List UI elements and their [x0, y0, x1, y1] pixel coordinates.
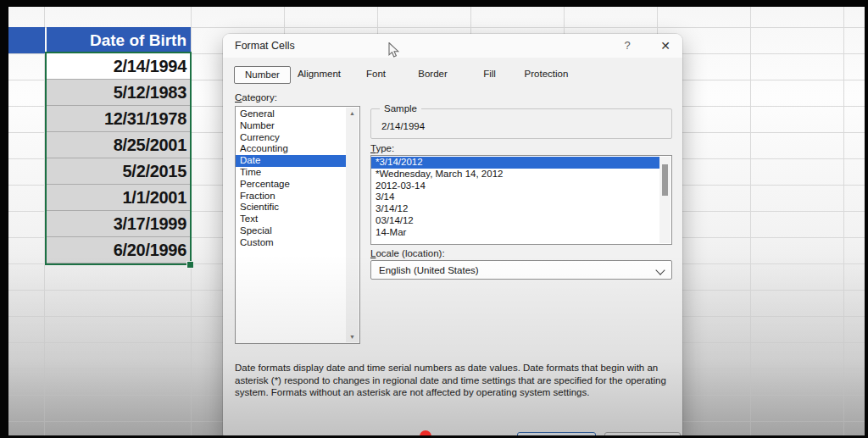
category-item[interactable]: Custom	[236, 237, 346, 249]
date-of-birth-header-cell[interactable]: Date of Birth	[47, 27, 191, 53]
date-cell[interactable]: 1/1/2001	[47, 185, 191, 211]
letterbox-right	[865, 0, 868, 438]
category-item[interactable]: Currency	[236, 132, 346, 144]
locale-dropdown[interactable]: English (United States)	[370, 260, 672, 280]
help-icon[interactable]: ?	[620, 38, 635, 53]
close-icon[interactable]: ✕	[657, 37, 674, 54]
category-item[interactable]: Scientific	[236, 202, 346, 213]
tab[interactable]: Alignment	[291, 66, 348, 84]
chevron-down-icon	[655, 265, 665, 274]
category-item[interactable]: Number	[236, 120, 346, 132]
type-scrollbar[interactable]	[659, 157, 670, 243]
locale-label: Locale (location):	[370, 248, 445, 258]
category-item[interactable]: Time	[236, 167, 346, 179]
type-item[interactable]: 3/14	[371, 191, 659, 203]
column-a-header-cell[interactable]	[8, 27, 45, 53]
type-item[interactable]: 03/14/12	[371, 215, 659, 227]
mouse-cursor-icon	[388, 42, 400, 63]
date-cell[interactable]: 5/2/2015	[47, 158, 191, 185]
type-item[interactable]: 2012-03-14	[371, 180, 659, 192]
type-scrollbar-thumb[interactable]	[662, 164, 668, 196]
category-label-rest: ategory:	[242, 92, 277, 103]
date-cell[interactable]: 5/12/1983	[47, 80, 191, 106]
type-item[interactable]: *Wednesday, March 14, 2012	[371, 169, 659, 180]
type-item[interactable]: *3/14/2012	[371, 157, 659, 169]
letterbox-top	[0, 0, 868, 7]
scroll-up-icon[interactable]: ▲	[349, 110, 355, 116]
type-item[interactable]: 14-Mar	[371, 227, 659, 239]
category-item[interactable]: Accounting	[236, 143, 346, 155]
date-column: 2/14/19945/12/198312/31/19788/25/20015/2…	[47, 53, 191, 263]
sample-label: Sample	[380, 103, 421, 114]
date-cell[interactable]: 6/20/1996	[47, 237, 191, 263]
tab[interactable]: Protection	[518, 66, 575, 84]
type-listbox[interactable]: *3/14/2012*Wednesday, March 14, 20122012…	[370, 155, 672, 245]
tab[interactable]: Number	[234, 66, 291, 84]
type-item[interactable]: 3/14/12	[371, 203, 659, 215]
dialog-tabs: NumberAlignmentFontBorderFillProtection	[234, 66, 575, 84]
category-item[interactable]: Text	[236, 213, 346, 225]
spreadsheet-column-gridline	[843, 7, 844, 435]
category-item[interactable]: Percentage	[236, 179, 346, 191]
letterbox-left	[0, 0, 8, 438]
tab[interactable]: Font	[348, 66, 404, 84]
sample-groupbox: Sample 2/14/1994	[370, 108, 672, 139]
category-label: Category:	[235, 92, 277, 103]
date-cell[interactable]: 2/14/1994	[47, 53, 191, 80]
category-item[interactable]: Special	[236, 225, 346, 237]
locale-label-rest: ocale (location):	[376, 248, 444, 258]
tab[interactable]: Fill	[461, 66, 518, 84]
category-item[interactable]: General	[236, 108, 346, 120]
date-cell[interactable]: 8/25/2001	[47, 132, 191, 158]
category-listbox[interactable]: GeneralNumberCurrencyAccountingDateTimeP…	[235, 106, 360, 344]
date-cell[interactable]: 3/17/1999	[47, 211, 191, 237]
date-cell[interactable]: 12/31/1978	[47, 106, 191, 132]
category-scrollbar[interactable]: ▲ ▼	[346, 108, 359, 342]
selection-fill-handle[interactable]	[186, 261, 194, 269]
format-cells-dialog: Format Cells ? ✕ NumberAlignmentFontBord…	[223, 34, 682, 438]
locale-value: English (United States)	[379, 265, 479, 275]
type-label: Type:	[370, 143, 394, 153]
spreadsheet-column-gridline	[750, 7, 751, 435]
sample-value: 2/14/1994	[381, 121, 425, 131]
dialog-title: Format Cells	[235, 40, 295, 52]
screen: Date of Birth 2/14/19945/12/198312/31/19…	[0, 0, 868, 438]
scroll-down-icon[interactable]: ▼	[349, 334, 355, 340]
spreadsheet-column-gridline	[44, 7, 45, 435]
date-format-description: Date formats display date and time seria…	[235, 362, 679, 399]
dialog-titlebar[interactable]: Format Cells ? ✕	[223, 34, 682, 58]
tab[interactable]: Border	[404, 66, 461, 84]
type-label-rest: ype:	[376, 143, 394, 153]
category-item[interactable]: Date	[236, 155, 346, 167]
category-item[interactable]: Fraction	[236, 191, 346, 202]
spreadsheet-column-gridline	[191, 7, 192, 435]
